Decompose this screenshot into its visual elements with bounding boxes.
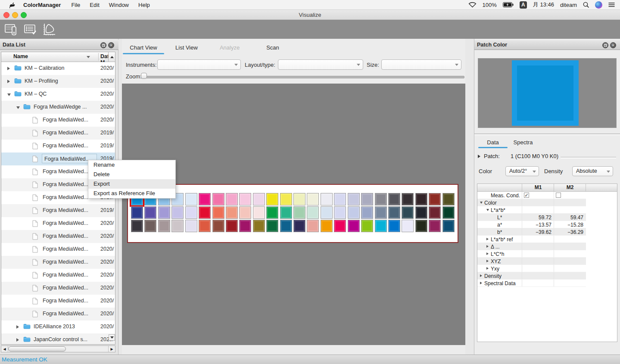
measurement-row[interactable]: Δ ... [477, 243, 586, 250]
menu-user[interactable]: diteam [560, 2, 577, 8]
patch-swatch[interactable] [239, 220, 251, 232]
disclosure-open-icon[interactable] [16, 106, 20, 109]
color-mode-dropdown[interactable]: Auto/2° [505, 166, 539, 176]
patch-swatch[interactable] [334, 220, 346, 232]
tree-row-folder[interactable]: KM – Profiling2020/ [1, 75, 115, 88]
patch-swatch[interactable] [199, 206, 211, 219]
layout-type-dropdown[interactable] [278, 59, 363, 70]
tree-row-file[interactable]: Fogra MediaWed...2020/ [1, 230, 115, 243]
patch-swatch[interactable] [375, 193, 387, 205]
patch-swatch[interactable] [415, 220, 427, 232]
notification-center-icon[interactable] [608, 2, 615, 7]
tree-row-file[interactable]: Fogra MediaWed...2020/ [1, 114, 115, 127]
zoom-slider-thumb[interactable] [141, 73, 147, 79]
tree-row-file[interactable]: Fogra MediaWed...2019/ [1, 140, 115, 152]
column-name[interactable]: Name [13, 53, 28, 59]
measurement-tool-icon[interactable] [3, 23, 19, 37]
patch-swatch[interactable] [402, 193, 414, 205]
patch-swatch[interactable] [375, 220, 387, 232]
tab-spectra[interactable]: Spectra [508, 138, 538, 148]
patch-swatch[interactable] [334, 193, 346, 205]
tree-row-folder[interactable]: Fogra MediaWedge ...2020/ [1, 101, 115, 114]
scroll-up-button[interactable] [108, 52, 115, 62]
patch-swatch[interactable] [402, 220, 414, 232]
measurement-row[interactable]: L*C*h [477, 250, 586, 258]
chart-canvas[interactable] [122, 84, 465, 345]
patch-swatch[interactable] [199, 220, 211, 232]
menu-app-name[interactable]: ColorManager [18, 0, 66, 10]
job-list-tool-icon[interactable] [22, 23, 38, 37]
patch-swatch[interactable] [226, 193, 238, 205]
tree-row-file[interactable]: Fogra MediaWed...2019/ [1, 204, 115, 217]
patch-swatch[interactable] [171, 220, 184, 232]
disclosure-closed-icon[interactable] [7, 67, 10, 70]
disclosure-closed-icon[interactable] [486, 245, 489, 248]
patch-swatch[interactable] [334, 206, 346, 219]
patch-swatch[interactable] [361, 206, 373, 219]
patch-swatch[interactable] [144, 206, 156, 219]
menu-file[interactable]: File [66, 0, 85, 10]
patch-swatch[interactable] [429, 206, 441, 219]
patch-swatch[interactable] [348, 220, 360, 232]
patch-swatch[interactable] [185, 193, 197, 205]
tree-row-folder[interactable]: KM – QC2020/ [1, 88, 115, 101]
patch-swatch[interactable] [388, 206, 400, 219]
tree-row-file[interactable]: Fogra MediaWed...2019/ [1, 127, 115, 140]
measurement-row[interactable]: Density [477, 272, 586, 280]
tree-row-file[interactable]: Fogra MediaWed...2020/ [1, 308, 115, 320]
m2-checkbox[interactable] [556, 193, 561, 198]
measurement-row[interactable]: Meas. Cond.✓ [477, 192, 586, 199]
tab-data[interactable]: Data [478, 138, 508, 148]
patch-swatch[interactable] [375, 206, 387, 219]
context-menu-item-rename[interactable]: Rename [88, 160, 175, 170]
close-panel-button[interactable]: × [108, 42, 114, 48]
zoom-slider-track[interactable] [142, 76, 464, 78]
patch-swatch[interactable] [212, 206, 224, 219]
patch-swatch[interactable] [131, 206, 143, 219]
patch-swatch[interactable] [266, 220, 278, 232]
measurement-row[interactable]: L*59.7259.47 [477, 214, 586, 221]
panel-splitter[interactable] [465, 39, 474, 355]
patch-swatch[interactable] [348, 193, 360, 205]
visualize-tool-icon[interactable] [41, 23, 57, 37]
menu-window[interactable]: Window [104, 0, 134, 10]
patch-swatch[interactable] [388, 220, 400, 232]
patch-swatch[interactable] [429, 193, 441, 205]
apple-menu-icon[interactable] [7, 2, 18, 8]
patch-swatch[interactable] [266, 206, 278, 219]
measurement-row[interactable]: L*a*b* ref [477, 236, 586, 243]
patch-swatch[interactable] [253, 220, 265, 232]
patch-swatch[interactable] [293, 193, 305, 205]
measurement-row[interactable]: XYZ [477, 258, 586, 265]
patch-swatch[interactable] [226, 206, 238, 219]
context-menu-item-export-as-reference-file[interactable]: Export as Reference File [88, 189, 175, 198]
measurement-row[interactable]: Color [477, 199, 586, 206]
measurement-row[interactable]: a*−13.57−15.28 [477, 221, 586, 228]
scrollbar-thumb[interactable] [8, 346, 66, 352]
siri-icon[interactable] [595, 1, 602, 9]
float-panel-button[interactable] [602, 42, 608, 48]
context-menu-item-export[interactable]: Export [88, 179, 175, 189]
patch-swatch[interactable] [307, 193, 319, 205]
patch-swatch[interactable] [361, 193, 373, 205]
tree-row-file[interactable]: Fogra MediaWed...2020/ [1, 295, 115, 308]
context-menu-item-delete[interactable]: Delete [88, 170, 175, 179]
patch-swatch[interactable] [361, 220, 373, 232]
tree-row-file[interactable]: Fogra MediaWed...2020/ [1, 282, 115, 295]
measurement-row[interactable]: Yxy [477, 265, 586, 272]
close-panel-button[interactable]: × [610, 42, 616, 48]
data-list-column-header[interactable]: Name Date M [1, 52, 115, 62]
patch-swatch[interactable] [415, 206, 427, 219]
patch-swatch[interactable] [266, 193, 278, 205]
disclosure-closed-icon[interactable] [480, 274, 482, 277]
tab-scan[interactable]: Scan [251, 42, 294, 54]
patch-swatch[interactable] [239, 193, 251, 205]
input-source-icon[interactable]: A [520, 1, 527, 9]
tree-row-folder[interactable]: JapanColor control s...2020/ [1, 333, 115, 345]
column-divider[interactable] [98, 53, 99, 61]
patch-swatch[interactable] [185, 206, 197, 219]
patch-swatch[interactable] [144, 220, 156, 232]
measurement-row[interactable]: b*−39.62−36.29 [477, 228, 586, 236]
patch-swatch[interactable] [307, 206, 319, 219]
density-mode-dropdown[interactable]: Absolute [572, 166, 613, 176]
